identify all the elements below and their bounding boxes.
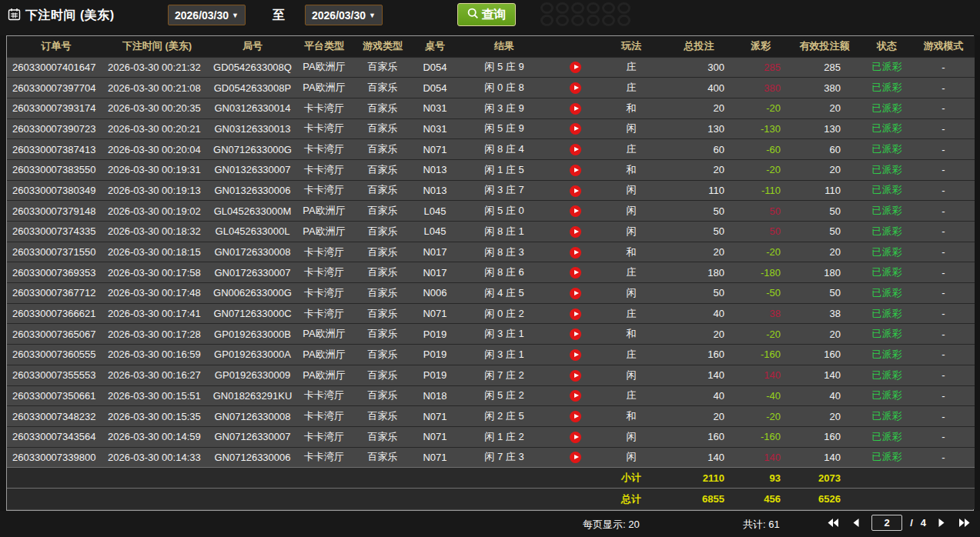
play-video-icon[interactable] [570, 123, 581, 135]
table-header-row: 订单号下注时间 (美东)局号平台类型游戏类型桌号结果玩法总投注派彩有效投注额状态… [7, 36, 975, 57]
order-number: 260330007401647 [7, 57, 105, 78]
game-type: 百家乐 [352, 78, 413, 98]
game-type: 百家乐 [352, 242, 413, 262]
play-video-icon[interactable] [570, 411, 581, 422]
order-number: 260330007365067 [7, 324, 105, 345]
page-number-input[interactable] [871, 515, 902, 531]
play-video-icon[interactable] [570, 205, 581, 217]
play-video-icon[interactable] [570, 349, 581, 361]
prev-page-button[interactable] [848, 515, 864, 531]
bet-play-type: 和 [598, 324, 664, 345]
table-number: L045 [413, 201, 457, 222]
table-row: 260330007379148 2026-03-30 00:19:02 GL04… [7, 201, 975, 222]
bet-play-type: 闲 [598, 222, 664, 242]
play-video-icon[interactable] [570, 267, 581, 279]
payout-value: -20 [734, 98, 788, 118]
status-badge: 已派彩 [861, 118, 912, 139]
valid-bet-value: 20 [788, 98, 861, 118]
table-row: 260330007390723 2026-03-30 00:20:21 GN03… [7, 118, 975, 139]
play-video-icon[interactable] [570, 390, 581, 402]
order-number: 260330007393174 [7, 98, 105, 118]
valid-bet-value: 285 [788, 57, 861, 78]
col-header-3: 平台类型 [296, 36, 352, 57]
play-video-icon[interactable] [570, 103, 581, 115]
valid-bet-value: 38 [788, 303, 861, 324]
order-number: 260330007387413 [7, 139, 105, 160]
play-video-icon[interactable] [570, 370, 581, 382]
play-video-icon[interactable] [570, 185, 581, 197]
game-result: 闲 3 庄 7 [457, 180, 552, 201]
first-page-button[interactable] [825, 515, 841, 531]
play-video-icon[interactable] [570, 82, 581, 94]
status-badge: 已派彩 [861, 385, 912, 406]
query-button[interactable]: 查询 [457, 3, 516, 26]
valid-bet-value: 50 [788, 201, 861, 222]
date-to-picker[interactable]: 2026/03/30 ▼ [305, 5, 383, 25]
status-badge: 已派彩 [861, 222, 912, 242]
game-type: 百家乐 [352, 426, 413, 447]
table-row: 260330007380349 2026-03-30 00:19:13 GN01… [7, 180, 975, 201]
play-video-icon[interactable] [570, 144, 581, 155]
play-video-icon[interactable] [570, 288, 581, 299]
valid-bet-value: 20 [788, 159, 861, 180]
game-mode: - [912, 159, 975, 180]
date-from-picker[interactable]: 2026/03/30 ▼ [168, 5, 246, 25]
table-number: P019 [413, 324, 457, 345]
play-video-icon[interactable] [570, 309, 581, 320]
bet-time: 2026-03-30 00:16:27 [105, 365, 209, 385]
bet-play-type: 闲 [598, 118, 664, 139]
calendar-icon [8, 8, 21, 24]
valid-bet-value: 160 [788, 345, 861, 365]
total-bet-value: 50 [664, 283, 734, 304]
order-number: 260330007380349 [7, 180, 105, 201]
table-number: L045 [413, 222, 457, 242]
game-result: 闲 8 庄 4 [457, 139, 552, 160]
play-video-icon[interactable] [570, 62, 581, 73]
table-row: 260330007387413 2026-03-30 00:20:04 GN07… [7, 139, 975, 160]
play-video-icon[interactable] [570, 329, 581, 340]
table-number: D054 [413, 78, 457, 98]
bet-time: 2026-03-30 00:19:31 [105, 159, 209, 180]
valid-bet-value: 160 [788, 426, 861, 447]
play-video-icon[interactable] [570, 432, 581, 443]
total-bet-value: 20 [664, 242, 734, 262]
table-number: N017 [413, 262, 457, 283]
order-number: 260330007379148 [7, 201, 105, 222]
game-mode: - [912, 283, 975, 304]
filter-bar: 下注时间 (美东) 2026/03/30 ▼ 至 2026/03/30 ▼ 查询 [0, 0, 980, 35]
total-bet-value: 60 [664, 139, 734, 160]
payout-value: -40 [734, 385, 788, 406]
table-number: N031 [413, 118, 457, 139]
payout-value: 285 [734, 57, 788, 78]
play-video-icon[interactable] [570, 226, 581, 238]
payout-value: 140 [734, 365, 788, 385]
order-number: 260330007369353 [7, 262, 105, 283]
col-header-7 [552, 36, 598, 57]
order-number: 260330007343564 [7, 426, 105, 447]
bet-play-type: 和 [598, 242, 664, 262]
total-bet-value: 180 [664, 262, 734, 283]
bet-play-type: 和 [598, 159, 664, 180]
bet-time: 2026-03-30 00:20:21 [105, 118, 209, 139]
col-header-4: 游戏类型 [352, 36, 413, 57]
platform-type: 卡卡湾厅 [296, 283, 352, 304]
table-row: 260330007348232 2026-03-30 00:15:35 GN07… [7, 406, 975, 427]
game-type: 百家乐 [352, 159, 413, 180]
game-type: 百家乐 [352, 118, 413, 139]
play-video-icon[interactable] [570, 165, 581, 176]
game-type: 百家乐 [352, 57, 413, 78]
platform-type: 卡卡湾厅 [296, 118, 352, 139]
last-page-button[interactable] [957, 515, 972, 531]
bet-play-type: 闲 [598, 447, 664, 468]
game-mode: - [912, 139, 975, 160]
play-video-icon[interactable] [570, 247, 581, 258]
platform-type: 卡卡湾厅 [296, 406, 352, 427]
table-row: 260330007371550 2026-03-30 00:18:15 GN01… [7, 242, 975, 262]
table-row: 260330007397704 2026-03-30 00:21:08 GD05… [7, 78, 975, 98]
game-type: 百家乐 [352, 345, 413, 365]
status-badge: 已派彩 [861, 139, 912, 160]
next-page-button[interactable] [934, 515, 949, 531]
valid-bet-value: 50 [788, 283, 861, 304]
play-video-icon[interactable] [570, 452, 581, 463]
bet-play-type: 庄 [598, 262, 664, 283]
